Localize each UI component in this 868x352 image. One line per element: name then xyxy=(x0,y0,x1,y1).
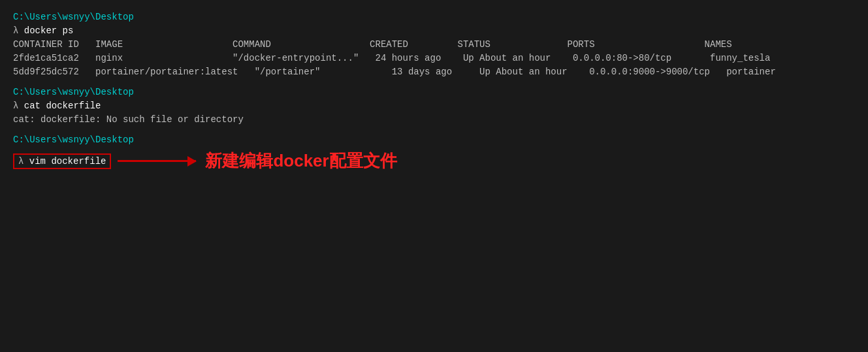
table-header: CONTAINER ID IMAGE COMMAND CREATED STATU… xyxy=(13,38,855,52)
cmd-text-1: docker ps xyxy=(24,25,74,36)
path-text-3: C:\Users\wsnyy\Desktop xyxy=(13,135,134,145)
lambda-prompt-1: λ xyxy=(13,25,24,36)
annotation-text: 新建编辑docker配置文件 xyxy=(205,150,396,172)
section-vim: C:\Users\wsnyy\Desktop λ vim dockerfile … xyxy=(13,133,855,172)
command-line-2: λ cat dockerfile xyxy=(13,99,855,113)
path-line-3: C:\Users\wsnyy\Desktop xyxy=(13,133,855,147)
command-line-1: λ docker ps xyxy=(13,24,855,38)
arrow-line xyxy=(118,160,196,162)
path-line-2: C:\Users\wsnyy\Desktop xyxy=(13,86,855,99)
path-line-1: C:\Users\wsnyy\Desktop xyxy=(13,10,855,24)
cat-error-output: cat: dockerfile: No such file or directo… xyxy=(13,113,855,127)
lambda-prompt-2: λ xyxy=(13,101,24,111)
table-row-2: 5dd9f25dc572 portainer/portainer:latest … xyxy=(13,65,855,79)
table-row-1: 2fde1ca51ca2 nginx "/docker-entrypoint..… xyxy=(13,52,855,65)
cmd-text-3: vim dockerfile xyxy=(29,156,106,167)
terminal-window: C:\Users\wsnyy\Desktop λ docker ps CONTA… xyxy=(13,10,855,172)
highlighted-command-box: λ vim dockerfile xyxy=(13,153,111,169)
section-docker-ps: C:\Users\wsnyy\Desktop λ docker ps CONTA… xyxy=(13,10,855,79)
path-text-2: C:\Users\wsnyy\Desktop xyxy=(13,87,134,97)
annotation-container: λ vim dockerfile 新建编辑docker配置文件 xyxy=(13,150,855,172)
path-text-1: C:\Users\wsnyy\Desktop xyxy=(13,12,134,22)
lambda-prompt-3: λ xyxy=(18,156,29,167)
cmd-text-2: cat dockerfile xyxy=(24,101,101,111)
arrow-annotation: 新建编辑docker配置文件 xyxy=(118,150,396,172)
section-cat: C:\Users\wsnyy\Desktop λ cat dockerfile … xyxy=(13,86,855,127)
